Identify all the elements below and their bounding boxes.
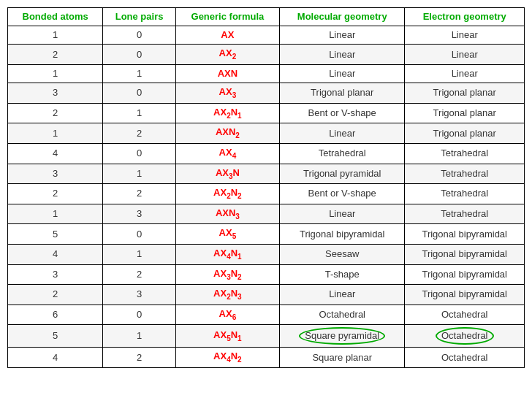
table-row: 10AXLinearLinear (8, 26, 525, 45)
molecular-geometry: Trigonal planar (280, 83, 405, 104)
molecular-geometry: Linear (280, 285, 405, 305)
generic-formula: AXN (175, 64, 279, 83)
bonded-atoms: 1 (8, 123, 103, 144)
lone-pairs: 3 (103, 204, 175, 224)
bonded-atoms: 3 (8, 264, 103, 285)
generic-formula: AX3N (175, 164, 279, 184)
lone-pairs: 2 (103, 184, 175, 204)
generic-formula: AX5N1 (175, 325, 279, 348)
molecular-geometry: Square planar (280, 348, 405, 368)
column-header: Bonded atoms (8, 8, 103, 26)
table-row: 12AXN2LinearTrigonal planar (8, 123, 525, 144)
electron-geometry: Tetrahedral (405, 204, 525, 224)
electron-geometry: Tetrahedral (405, 184, 525, 204)
molecular-geometry: Square pyramidal (280, 325, 405, 348)
molecular-geometry: Trigonal pyramidal (280, 164, 405, 184)
bonded-atoms: 3 (8, 83, 103, 104)
bonded-atoms: 2 (8, 285, 103, 305)
bonded-atoms: 2 (8, 103, 103, 123)
bonded-atoms: 2 (8, 45, 103, 65)
bonded-atoms: 3 (8, 164, 103, 184)
molecular-geometry: T-shape (280, 264, 405, 285)
electron-geometry: Trigonal bipyramidal (405, 285, 525, 305)
lone-pairs: 2 (103, 123, 175, 144)
molecular-geometry: Linear (280, 26, 405, 45)
lone-pairs: 0 (103, 224, 175, 245)
generic-formula: AX2N3 (175, 285, 279, 305)
table-row: 21AX2N1Bent or V-shapeTrigonal planar (8, 103, 525, 123)
column-header: Electron geometry (405, 8, 525, 26)
lone-pairs: 2 (103, 264, 175, 285)
bonded-atoms: 1 (8, 26, 103, 45)
generic-formula: AXN2 (175, 123, 279, 144)
electron-geometry: Trigonal bipyramidal (405, 244, 525, 264)
bonded-atoms: 2 (8, 184, 103, 204)
lone-pairs: 3 (103, 285, 175, 305)
column-header: Lone pairs (103, 8, 175, 26)
bonded-atoms: 4 (8, 143, 103, 164)
lone-pairs: 1 (103, 325, 175, 348)
bonded-atoms: 6 (8, 304, 103, 325)
generic-formula: AX2N2 (175, 184, 279, 204)
electron-geometry: Trigonal bipyramidal (405, 224, 525, 245)
vsepr-table: Bonded atomsLone pairsGeneric formulaMol… (7, 7, 525, 368)
bonded-atoms: 5 (8, 224, 103, 245)
lone-pairs: 0 (103, 304, 175, 325)
table-row: 60AX6OctahedralOctahedral (8, 304, 525, 325)
electron-geometry: Octahedral (405, 325, 525, 348)
lone-pairs: 0 (103, 26, 175, 45)
table-row: 50AX5Trigonal bipyramidalTrigonal bipyra… (8, 224, 525, 245)
bonded-atoms: 4 (8, 348, 103, 368)
lone-pairs: 0 (103, 45, 175, 65)
table-row: 31AX3NTrigonal pyramidalTetrahedral (8, 164, 525, 184)
table-row: 30AX3Trigonal planarTrigonal planar (8, 83, 525, 104)
electron-geometry: Trigonal planar (405, 83, 525, 104)
table-row: 40AX4TetrahedralTetrahedral (8, 143, 525, 164)
generic-formula: AX3 (175, 83, 279, 104)
electron-geometry: Linear (405, 64, 525, 83)
generic-formula: AX2 (175, 45, 279, 65)
generic-formula: AX5 (175, 224, 279, 245)
electron-geometry: Octahedral (405, 304, 525, 325)
molecular-geometry: Linear (280, 45, 405, 65)
table-row: 22AX2N2Bent or V-shapeTetrahedral (8, 184, 525, 204)
electron-geometry: Trigonal bipyramidal (405, 264, 525, 285)
electron-geometry: Octahedral (405, 348, 525, 368)
electron-geometry: Linear (405, 26, 525, 45)
table-row: 42AX4N2Square planarOctahedral (8, 348, 525, 368)
table-row: 32AX3N2T-shapeTrigonal bipyramidal (8, 264, 525, 285)
generic-formula: AX2N1 (175, 103, 279, 123)
electron-geometry: Trigonal planar (405, 103, 525, 123)
electron-geometry: Tetrahedral (405, 143, 525, 164)
generic-formula: AX4N2 (175, 348, 279, 368)
table-row: 23AX2N3LinearTrigonal bipyramidal (8, 285, 525, 305)
molecular-geometry: Linear (280, 204, 405, 224)
table-row: 13AXN3LinearTetrahedral (8, 204, 525, 224)
table-row: 51AX5N1Square pyramidalOctahedral (8, 325, 525, 348)
molecular-geometry: Linear (280, 64, 405, 83)
molecular-geometry: Bent or V-shape (280, 184, 405, 204)
molecular-geometry: Tetrahedral (280, 143, 405, 164)
generic-formula: AXN3 (175, 204, 279, 224)
generic-formula: AX (175, 26, 279, 45)
bonded-atoms: 1 (8, 64, 103, 83)
generic-formula: AX4N1 (175, 244, 279, 264)
generic-formula: AX6 (175, 304, 279, 325)
table-row: 41AX4N1SeesawTrigonal bipyramidal (8, 244, 525, 264)
lone-pairs: 2 (103, 348, 175, 368)
molecular-geometry: Linear (280, 123, 405, 144)
column-header: Molecular geometry (280, 8, 405, 26)
lone-pairs: 0 (103, 143, 175, 164)
electron-geometry: Linear (405, 45, 525, 65)
column-header: Generic formula (175, 8, 279, 26)
lone-pairs: 1 (103, 103, 175, 123)
lone-pairs: 0 (103, 83, 175, 104)
lone-pairs: 1 (103, 244, 175, 264)
molecular-geometry: Octahedral (280, 304, 405, 325)
electron-geometry: Trigonal planar (405, 123, 525, 144)
generic-formula: AX3N2 (175, 264, 279, 285)
lone-pairs: 1 (103, 64, 175, 83)
molecular-geometry: Bent or V-shape (280, 103, 405, 123)
bonded-atoms: 1 (8, 204, 103, 224)
lone-pairs: 1 (103, 164, 175, 184)
